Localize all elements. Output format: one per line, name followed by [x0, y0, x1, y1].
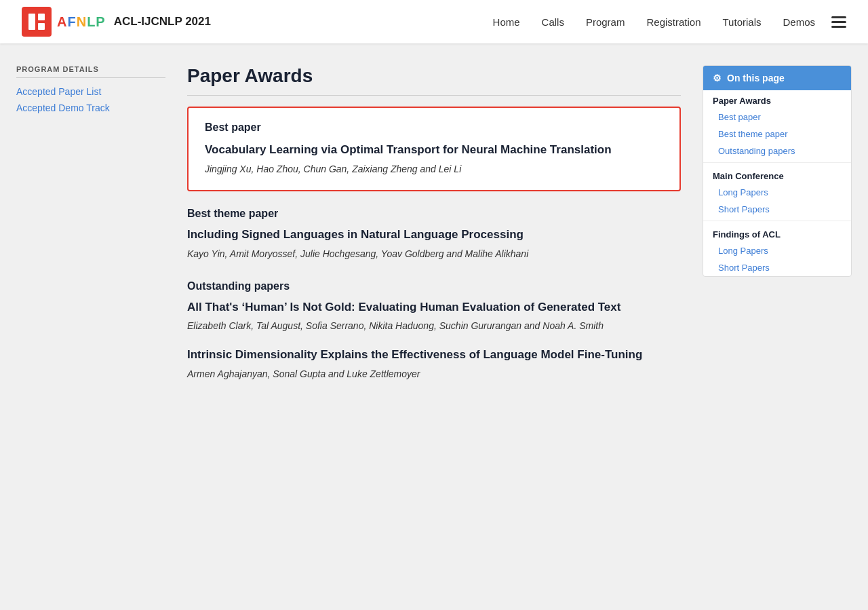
sidebar-section-title: PROGRAM DETAILS [16, 65, 165, 78]
best-theme-paper-category: Best theme paper [187, 208, 681, 220]
page-title: Paper Awards [187, 65, 681, 96]
toc-findings-long-papers[interactable]: Long Papers [703, 242, 851, 259]
toc-header: ⚙ On this page [703, 66, 851, 90]
outstanding-papers-section: Outstanding papers All That's ‘Human’ Is… [187, 280, 681, 382]
svg-rect-0 [28, 14, 35, 30]
toc-section-findings-acl: Findings of ACL [703, 224, 851, 242]
outstanding-paper-2-title: Intrinsic Dimensionality Explains the Ef… [187, 347, 681, 363]
toc-findings-short-papers[interactable]: Short Papers [703, 259, 851, 276]
nav-registration[interactable]: Registration [646, 16, 701, 28]
best-theme-paper-title: Including Signed Languages in Natural La… [187, 227, 681, 243]
best-paper-category: Best paper [205, 121, 663, 134]
sidebar-left: PROGRAM DETAILS Accepted Paper List Acce… [16, 65, 165, 400]
best-theme-paper-section: Best theme paper Including Signed Langua… [187, 208, 681, 261]
hamburger-menu[interactable] [831, 16, 846, 28]
toc-best-paper[interactable]: Best paper [703, 109, 851, 126]
sidebar-left-links: Accepted Paper List Accepted Demo Track [16, 86, 165, 113]
outstanding-paper-2-authors: Armen Aghajanyan, Sonal Gupta and Luke Z… [187, 367, 681, 381]
sidebar-right: ⚙ On this page Paper Awards Best paper B… [703, 65, 852, 400]
toc-best-theme-paper[interactable]: Best theme paper [703, 126, 851, 142]
best-paper-box: Best paper Vocabulary Learning via Optim… [187, 107, 681, 191]
logo-letters: AFNLP [57, 14, 106, 30]
nav-program[interactable]: Program [586, 16, 625, 28]
toc-main-short-papers[interactable]: Short Papers [703, 201, 851, 218]
nav-tutorials[interactable]: Tutorials [723, 16, 762, 28]
toc-outstanding-papers[interactable]: Outstanding papers [703, 142, 851, 159]
nav-links: Home Calls Program Registration Tutorial… [493, 16, 815, 28]
toc-header-label: On this page [727, 73, 785, 83]
svg-rect-2 [38, 23, 45, 30]
toc-divider-2 [703, 221, 851, 221]
toc-main-long-papers[interactable]: Long Papers [703, 184, 851, 201]
best-paper-title: Vocabulary Learning via Optimal Transpor… [205, 142, 663, 158]
page-layout: PROGRAM DETAILS Accepted Paper List Acce… [0, 43, 868, 422]
best-paper-authors: Jingjing Xu, Hao Zhou, Chun Gan, Zaixian… [205, 162, 663, 176]
logo-svg [27, 12, 46, 31]
svg-rect-1 [38, 14, 45, 20]
logo-icon [22, 7, 52, 37]
toc-container: ⚙ On this page Paper Awards Best paper B… [703, 65, 852, 277]
toc-divider-1 [703, 162, 851, 163]
nav-demos[interactable]: Demos [783, 16, 815, 28]
nav-calls[interactable]: Calls [542, 16, 564, 28]
outstanding-paper-1-authors: Elizabeth Clark, Tal August, Sofia Serra… [187, 319, 681, 333]
sidebar-accepted-paper-list[interactable]: Accepted Paper List [16, 86, 165, 97]
toc-section-paper-awards: Paper Awards [703, 90, 851, 109]
outstanding-paper-1-title: All That's ‘Human’ Is Not Gold: Evaluati… [187, 299, 681, 316]
brand-logo[interactable]: AFNLP ACL-IJCNLP 2021 [22, 7, 211, 37]
toc-section-main-conference: Main Conference [703, 166, 851, 184]
nav-home[interactable]: Home [493, 16, 520, 28]
sidebar-accepted-demo-track[interactable]: Accepted Demo Track [16, 102, 165, 113]
brand-title: ACL-IJCNLP 2021 [114, 15, 211, 28]
best-theme-paper-authors: Kayo Yin, Amit Moryossef, Julie Hochgesa… [187, 247, 681, 261]
outstanding-papers-category: Outstanding papers [187, 280, 681, 292]
navbar: AFNLP ACL-IJCNLP 2021 Home Calls Program… [0, 0, 868, 43]
main-content: Paper Awards Best paper Vocabulary Learn… [187, 65, 681, 400]
gear-icon: ⚙ [713, 73, 722, 83]
